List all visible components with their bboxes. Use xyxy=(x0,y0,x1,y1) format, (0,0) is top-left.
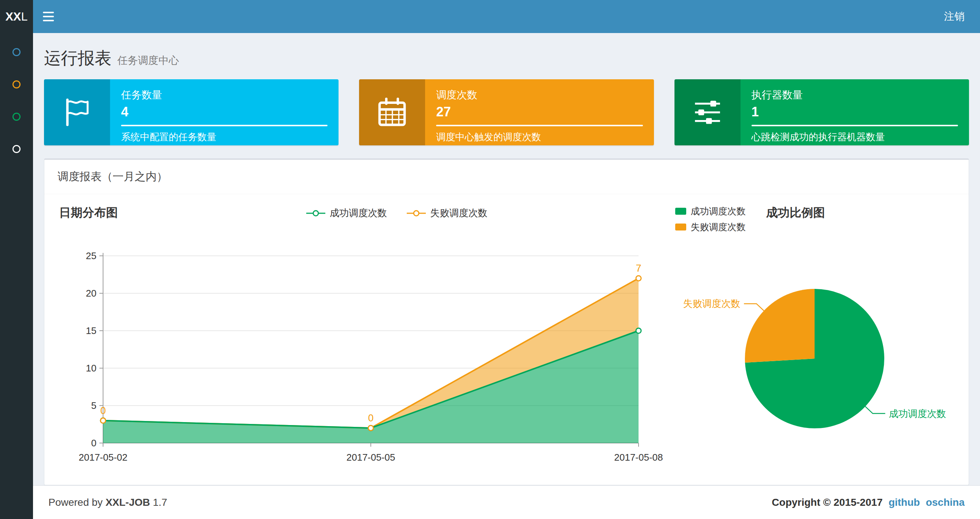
main-content: 运行报表 任务调度中心 任务数量 4 系统中配置的任务数量 xyxy=(33,0,980,485)
pie-chart-title: 成功比例图 xyxy=(766,204,825,220)
line-chart: 05101520252017-05-022017-05-052017-05-08… xyxy=(59,238,675,480)
page-subtitle: 任务调度中心 xyxy=(118,54,179,67)
info-box-label: 任务数量 xyxy=(121,88,328,102)
sidebar-item-1[interactable] xyxy=(0,36,33,68)
logout-link[interactable]: 注销 xyxy=(929,0,980,33)
page-footer: Powered by XXL-JOB 1.7 Copyright © 2015-… xyxy=(33,485,980,519)
pie-chart-legend: 成功调度次数失败调度次数 xyxy=(675,205,746,233)
legend-swatch-icon xyxy=(675,208,686,215)
sidebar-item-4[interactable] xyxy=(0,133,33,165)
svg-text:20: 20 xyxy=(86,288,97,299)
app-name: XXL-JOB xyxy=(106,497,150,508)
circle-icon xyxy=(13,145,21,153)
panel-title: 调度报表（一月之内） xyxy=(45,160,969,194)
circle-icon xyxy=(13,48,21,56)
progress-bar xyxy=(751,125,958,126)
progress-bar xyxy=(121,125,328,126)
hamburger-icon xyxy=(43,12,54,13)
svg-text:15: 15 xyxy=(86,325,97,336)
success-ratio-chart-block: 成功调度次数失败调度次数 成功比例图 成功调度次数失败调度次数 xyxy=(675,204,954,480)
info-box-value: 4 xyxy=(121,104,328,120)
svg-text:0: 0 xyxy=(91,438,97,449)
svg-text:5: 5 xyxy=(91,400,97,411)
date-distribution-chart-block: 日期分布图 成功调度次数失败调度次数 05101520252017-05-022… xyxy=(59,204,675,480)
info-box-description: 调度中心触发的调度次数 xyxy=(436,131,643,144)
pie-legend-item[interactable]: 失败调度次数 xyxy=(675,221,746,233)
logo-text-bold: XX xyxy=(5,10,21,24)
info-box-description: 心跳检测成功的执行器机器数量 xyxy=(751,131,958,144)
svg-text:0: 0 xyxy=(368,412,373,423)
flag-icon xyxy=(44,79,110,145)
line-legend-item[interactable]: 成功调度次数 xyxy=(305,207,387,219)
page-title-text: 运行报表 xyxy=(44,47,111,70)
info-box-label: 执行器数量 xyxy=(751,88,958,102)
calendar-icon xyxy=(359,79,425,145)
powered-by: Powered by XXL-JOB 1.7 xyxy=(48,497,167,508)
line-chart-title: 日期分布图 xyxy=(59,204,118,220)
legend-swatch-icon xyxy=(675,224,686,230)
svg-text:2017-05-05: 2017-05-05 xyxy=(347,452,395,463)
info-box-triggers: 调度次数 27 调度中心触发的调度次数 xyxy=(359,79,654,145)
svg-text:0: 0 xyxy=(100,405,106,416)
info-box-jobs: 任务数量 4 系统中配置的任务数量 xyxy=(44,79,339,145)
top-navbar: XXL 注销 xyxy=(0,0,980,33)
info-box-value: 27 xyxy=(436,104,643,120)
circle-icon xyxy=(13,113,21,121)
info-box-value: 1 xyxy=(751,104,958,120)
svg-text:10: 10 xyxy=(86,363,97,374)
svg-text:2017-05-08: 2017-05-08 xyxy=(614,452,663,463)
circle-icon xyxy=(13,80,21,88)
github-link[interactable]: github xyxy=(889,497,920,508)
sidebar-item-2[interactable] xyxy=(0,68,33,101)
sidebar-item-3[interactable] xyxy=(0,101,33,133)
summary-boxes: 任务数量 4 系统中配置的任务数量 xyxy=(33,79,980,145)
svg-text:25: 25 xyxy=(86,250,97,261)
pie-legend-item[interactable]: 成功调度次数 xyxy=(675,205,746,217)
logo-text-light: L xyxy=(21,10,27,24)
progress-bar xyxy=(436,125,643,126)
line-marker-icon xyxy=(305,209,326,217)
svg-text:7: 7 xyxy=(636,263,641,274)
copyright: Copyright © 2015-2017 xyxy=(772,497,883,508)
svg-text:失败调度次数: 失败调度次数 xyxy=(683,298,740,309)
page-title: 运行报表 任务调度中心 xyxy=(44,47,969,70)
app-version: 1.7 xyxy=(153,497,167,508)
report-panel: 调度报表（一月之内） 日期分布图 成功调度次数失败调度次数 0510152025… xyxy=(44,158,969,485)
oschina-link[interactable]: oschina xyxy=(926,497,965,508)
svg-text:2017-05-02: 2017-05-02 xyxy=(79,452,127,463)
line-marker-icon xyxy=(406,209,426,217)
sidebar-toggle-button[interactable] xyxy=(33,0,64,33)
sidebar xyxy=(0,33,33,519)
app-logo[interactable]: XXL xyxy=(0,0,33,33)
line-chart-legend: 成功调度次数失败调度次数 xyxy=(118,207,675,219)
line-legend-item[interactable]: 失败调度次数 xyxy=(406,207,487,219)
sliders-icon xyxy=(675,79,740,145)
pie-chart: 成功调度次数失败调度次数 xyxy=(675,238,954,480)
info-box-executors: 执行器数量 1 心跳检测成功的执行器机器数量 xyxy=(675,79,969,145)
svg-text:成功调度次数: 成功调度次数 xyxy=(889,408,946,419)
info-box-description: 系统中配置的任务数量 xyxy=(121,131,328,144)
info-box-label: 调度次数 xyxy=(436,88,643,102)
